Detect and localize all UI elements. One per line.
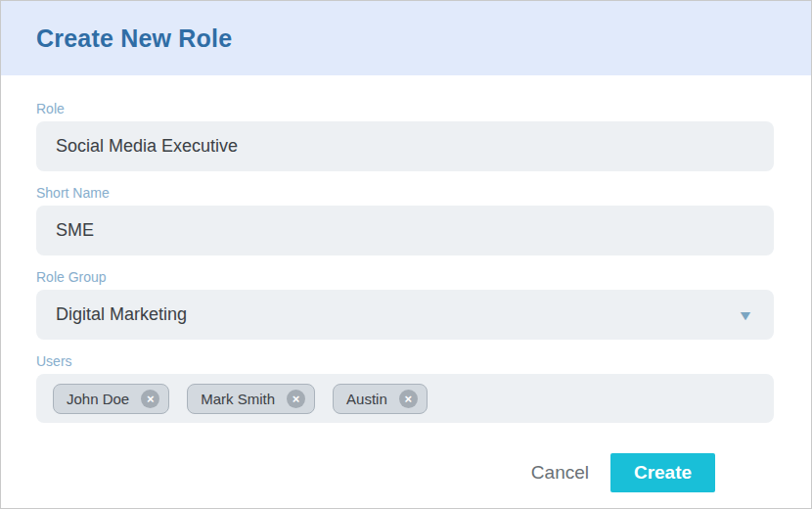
modal-footer: Cancel Create xyxy=(36,453,774,492)
role-input[interactable] xyxy=(36,121,774,171)
user-tag-label: Mark Smith xyxy=(201,391,275,407)
user-tag-label: Austin xyxy=(346,391,387,407)
modal-title: Create New Role xyxy=(36,24,232,53)
chevron-down-icon: ▼ xyxy=(737,308,753,322)
role-group-select[interactable]: Digital Marketing ▼ xyxy=(36,290,774,340)
user-tag: Austin × xyxy=(333,384,428,414)
user-tag: Mark Smith × xyxy=(187,384,315,414)
user-tag: John Doe × xyxy=(53,384,169,414)
role-group-selected-value: Digital Marketing xyxy=(56,304,187,325)
short-name-input[interactable] xyxy=(36,206,774,255)
role-field-group: Role xyxy=(36,101,774,171)
user-tag-label: John Doe xyxy=(67,391,129,407)
short-name-field-group: Short Name xyxy=(36,185,774,255)
remove-tag-icon[interactable]: × xyxy=(399,390,418,408)
remove-tag-icon[interactable]: × xyxy=(141,390,159,408)
cancel-button[interactable]: Cancel xyxy=(531,456,589,489)
create-button[interactable]: Create xyxy=(610,453,715,492)
users-label: Users xyxy=(36,353,774,369)
role-group-field-group: Role Group Digital Marketing ▼ xyxy=(36,269,774,340)
modal-header: Create New Role xyxy=(1,1,811,75)
role-label: Role xyxy=(36,101,774,116)
short-name-label: Short Name xyxy=(36,185,774,201)
users-tags-input[interactable]: John Doe × Mark Smith × Austin × xyxy=(36,374,774,423)
modal-body: Role Short Name Role Group Digital Marke… xyxy=(1,75,811,492)
role-group-label: Role Group xyxy=(36,269,774,285)
remove-tag-icon[interactable]: × xyxy=(287,390,305,408)
users-field-group: Users John Doe × Mark Smith × Austin × xyxy=(36,353,774,423)
create-role-modal: Create New Role Role Short Name Role Gro… xyxy=(1,1,811,508)
